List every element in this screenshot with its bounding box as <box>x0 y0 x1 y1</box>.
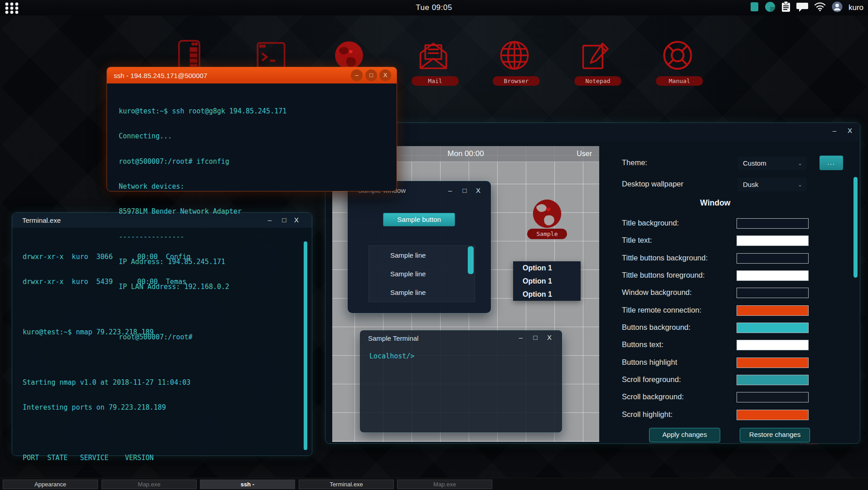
top-bar: Tue 09:05 kuro <box>0 0 868 15</box>
theme-value: Custom <box>743 157 766 170</box>
setting-label: Title background: <box>622 219 679 227</box>
menu-option[interactable]: Option 1 <box>513 261 581 274</box>
taskbar-item-terminal[interactable]: Terminal.exe <box>299 480 394 489</box>
icon-label-mail: Mail <box>412 76 459 86</box>
sample-terminal-window: Sample Terminal – □ X Localhost/> <box>360 330 562 432</box>
sample-list-scrollbar[interactable] <box>468 246 474 274</box>
sample-list-item[interactable]: Sample line <box>369 246 475 265</box>
icon-label-browser: Browser <box>493 76 540 86</box>
icon-label-manual: Manual <box>656 76 703 86</box>
restore-changes-button[interactable]: Restore changes <box>740 428 810 442</box>
sample-window: Sample window – □ X Sample button Sample… <box>348 181 491 313</box>
desktop-icon-manual[interactable]: Manual <box>656 38 699 86</box>
setting-label: Scroll highlight: <box>622 410 673 419</box>
maximize-button[interactable]: □ <box>460 186 469 194</box>
system-tray: kuro <box>750 0 863 15</box>
color-swatch[interactable] <box>737 253 809 264</box>
setting-label: Scroll foreground: <box>622 375 681 384</box>
close-button[interactable]: X <box>545 333 554 341</box>
theme-label: Theme: <box>622 158 647 167</box>
color-swatch[interactable] <box>737 410 809 420</box>
theme-more-button[interactable]: ... <box>820 156 843 170</box>
sample-list-item[interactable]: Sample line <box>369 283 475 302</box>
color-swatch[interactable] <box>737 392 809 402</box>
window-section-header: Window <box>579 198 851 208</box>
chat-icon[interactable] <box>796 2 808 14</box>
close-button[interactable]: X <box>845 127 854 134</box>
color-swatch[interactable] <box>737 270 809 281</box>
color-swatch[interactable] <box>737 375 809 385</box>
desktop-icon-browser[interactable]: Browser <box>493 38 536 86</box>
setting-label: Tittle buttons foreground: <box>622 271 705 279</box>
wallpaper-label: Desktop wallpaper <box>622 180 684 188</box>
wifi-icon[interactable] <box>814 2 826 13</box>
taskbar: Appearance Map.exe ssh - Terminal.exe Ma… <box>0 478 868 490</box>
appearance-titlebar[interactable]: Appearance <box>325 123 860 141</box>
close-button[interactable]: X <box>379 69 391 81</box>
minimize-button[interactable]: – <box>830 127 839 134</box>
color-swatch[interactable] <box>737 288 809 298</box>
system-clock: Tue 09:05 <box>0 3 868 12</box>
setting-label: Buttons highlight <box>622 358 677 367</box>
setting-label: Buttons text: <box>622 340 664 349</box>
color-swatch[interactable] <box>737 323 809 333</box>
apply-changes-button[interactable]: Apply changes <box>649 428 720 442</box>
sample-context-menu: Option 1 Option 1 Option 1 <box>513 261 581 301</box>
sample-terminal-title: Sample Terminal <box>368 334 418 342</box>
setting-label: Title remote connection: <box>622 306 701 314</box>
minimize-button[interactable]: – <box>446 186 455 194</box>
sample-button[interactable]: Sample button <box>383 213 455 226</box>
setting-label: Buttons background: <box>622 323 690 332</box>
sample-list: Sample line Sample line Sample line <box>369 245 475 302</box>
wallpaper-dropdown[interactable]: Dusk ⌄ <box>737 178 807 191</box>
setting-label: Window background: <box>622 288 692 297</box>
desktop: Tue 09:05 kuro Mail Browser Notepad Manu… <box>0 0 868 490</box>
ssh-window-title: ssh - 194.85.245.171@500007 <box>114 72 207 79</box>
user-avatar[interactable] <box>832 1 843 14</box>
menu-option[interactable]: Option 1 <box>513 274 581 288</box>
sample-terminal-prompt: Localhost/> <box>369 352 414 360</box>
sample-globe-icon[interactable] <box>530 197 564 230</box>
sample-list-item[interactable]: Sample line <box>369 265 475 283</box>
setting-label: Title text: <box>622 236 652 245</box>
chevron-down-icon: ⌄ <box>798 181 802 188</box>
setting-label: Tittle buttons background: <box>622 254 708 262</box>
minimize-button[interactable]: – <box>351 69 363 81</box>
taskbar-item-map2[interactable]: Map.exe <box>397 480 492 489</box>
setting-label: Scroll background: <box>622 392 684 401</box>
ssh-output: kuro@test:~$ ssh root@g8gk 194.85.245.17… <box>119 91 286 358</box>
color-swatch[interactable] <box>737 235 809 246</box>
icon-label-notepad: Notepad <box>574 76 621 86</box>
theme-dropdown[interactable]: Custom ⌄ <box>737 157 807 170</box>
close-button[interactable]: X <box>292 216 301 224</box>
ssh-window: ssh - 194.85.245.171@500007 – □ X kuro@t… <box>107 67 397 191</box>
menu-option[interactable]: Option 1 <box>513 288 581 301</box>
maximize-button[interactable]: □ <box>365 69 377 81</box>
desktop-icon-notepad[interactable]: Notepad <box>574 38 618 86</box>
preview-username: User <box>577 150 592 158</box>
color-swatch[interactable] <box>737 218 809 229</box>
terminal-window-title: Terminal.exe <box>22 216 61 224</box>
username-label: kuro <box>849 3 863 12</box>
wallpaper-value: Dusk <box>743 178 758 191</box>
color-swatch[interactable] <box>737 305 809 316</box>
taskbar-item-map[interactable]: Map.exe <box>102 480 197 489</box>
desktop-icon-mail[interactable]: Mail <box>412 38 455 86</box>
settings-scrollbar[interactable] <box>853 177 858 278</box>
chevron-down-icon: ⌄ <box>798 160 802 167</box>
color-swatch[interactable] <box>737 340 809 350</box>
appearance-window: Appearance – X Mon 00:00 User Sample win… <box>325 123 860 443</box>
terminal-scrollbar[interactable] <box>304 241 307 450</box>
maximize-button[interactable]: □ <box>531 333 540 341</box>
sample-icon-label: Sample <box>527 229 567 239</box>
taskbar-item-appearance[interactable]: Appearance <box>3 480 98 489</box>
clipboard-icon[interactable] <box>781 1 790 14</box>
disk-pie-icon[interactable] <box>765 1 776 14</box>
battery-icon[interactable] <box>750 2 759 14</box>
close-button[interactable]: X <box>474 186 483 194</box>
color-swatch[interactable] <box>737 358 809 368</box>
taskbar-item-ssh[interactable]: ssh - <box>200 480 295 489</box>
minimize-button[interactable]: – <box>516 333 525 341</box>
